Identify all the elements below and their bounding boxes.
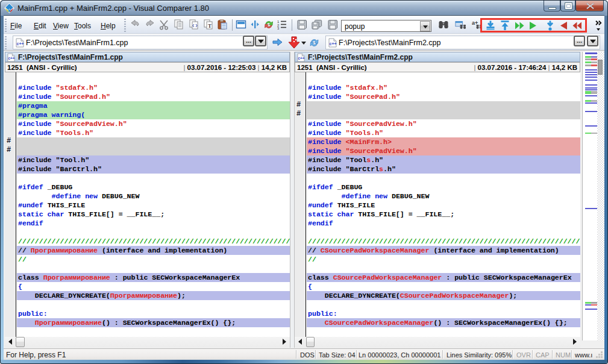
svg-text:c++: c++ <box>330 42 337 46</box>
svg-text:c++: c++ <box>8 56 14 60</box>
svg-text:T: T <box>208 23 212 29</box>
svg-text:c++: c++ <box>17 42 24 46</box>
svg-text:3: 3 <box>277 27 280 30</box>
svg-text:c++: c++ <box>298 56 304 60</box>
